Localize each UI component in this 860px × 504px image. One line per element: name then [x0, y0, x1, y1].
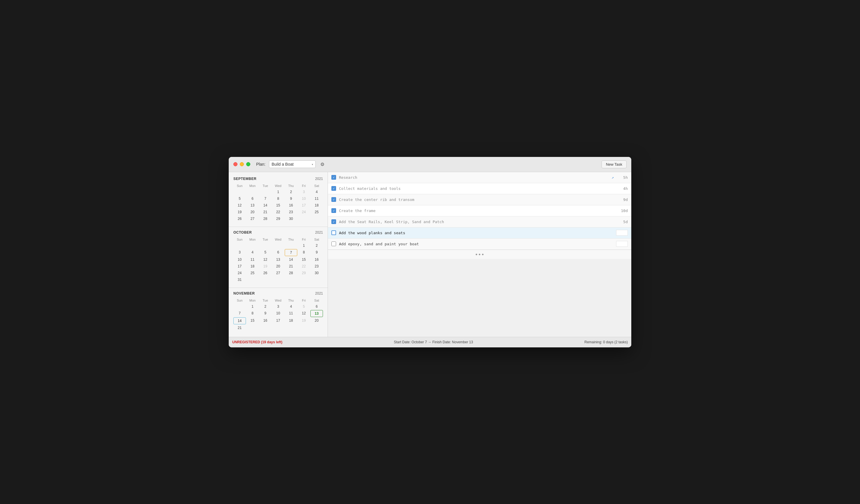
cal-cell[interactable]: 25: [246, 270, 259, 276]
cal-cell[interactable]: 13: [272, 256, 284, 263]
plan-select[interactable]: Build a Boat: [269, 160, 316, 168]
task-row-4[interactable]: Create the frame 10d: [328, 205, 631, 216]
cal-cell[interactable]: 12: [298, 310, 310, 317]
cal-cell[interactable]: 13: [246, 202, 259, 208]
cal-cell[interactable]: 10: [233, 256, 246, 263]
cal-cell[interactable]: 22: [298, 263, 310, 270]
task-checkbox-7[interactable]: [331, 242, 336, 246]
cal-cell[interactable]: 25: [311, 209, 323, 215]
minimize-button[interactable]: [240, 162, 244, 166]
cal-cell[interactable]: 8: [246, 310, 259, 317]
cal-cell[interactable]: 24: [233, 270, 246, 276]
cal-cell[interactable]: 26: [233, 216, 246, 222]
cal-cell[interactable]: 28: [259, 216, 272, 222]
cal-cell[interactable]: 29: [272, 216, 284, 222]
cal-cell[interactable]: 19: [298, 317, 310, 324]
cal-cell[interactable]: 7: [233, 310, 246, 317]
cal-cell[interactable]: 26: [259, 270, 272, 276]
cal-cell[interactable]: 3: [233, 249, 246, 256]
cal-cell[interactable]: 16: [285, 202, 297, 208]
cal-cell[interactable]: 17: [272, 317, 284, 324]
task-checkbox-4[interactable]: [331, 208, 336, 213]
cal-cell[interactable]: 24: [298, 209, 310, 215]
cal-cell[interactable]: 18: [311, 202, 323, 208]
task-row-2[interactable]: Collect materials and tools 4h: [328, 183, 631, 194]
cal-cell[interactable]: 22: [272, 209, 284, 215]
cal-cell[interactable]: 8: [298, 249, 310, 256]
more-options-row[interactable]: •••: [328, 250, 631, 259]
cal-cell[interactable]: 3: [298, 189, 310, 195]
cal-cell[interactable]: 2: [259, 303, 272, 310]
cal-cell[interactable]: 6: [272, 249, 284, 256]
cal-cell-today-oct7[interactable]: 7: [285, 249, 297, 256]
cal-cell[interactable]: 10: [298, 196, 310, 202]
cal-cell[interactable]: 21: [259, 209, 272, 215]
task-row-3[interactable]: Create the center rib and transom 9d: [328, 194, 631, 205]
cal-cell[interactable]: 1: [298, 242, 310, 249]
task-row-7[interactable]: Add epoxy, sand and paint your boat: [328, 239, 631, 250]
cal-cell[interactable]: 6: [246, 196, 259, 202]
cal-cell[interactable]: 19: [259, 263, 272, 270]
cal-cell[interactable]: 9: [285, 196, 297, 202]
cal-cell[interactable]: 1: [246, 303, 259, 310]
task-row-5[interactable]: Add the Seat Rails, Keel Strip, Sand and…: [328, 216, 631, 228]
cal-cell[interactable]: 11: [246, 256, 259, 263]
task-row-6[interactable]: Add the wood planks and seats: [328, 228, 631, 239]
cal-cell[interactable]: 15: [246, 317, 259, 324]
cal-cell[interactable]: 28: [285, 270, 297, 276]
cal-cell[interactable]: 4: [285, 303, 297, 310]
task-checkbox-1[interactable]: [331, 175, 336, 180]
cal-cell[interactable]: 6: [311, 303, 323, 310]
cal-cell[interactable]: 17: [233, 263, 246, 270]
maximize-button[interactable]: [246, 162, 250, 166]
cal-cell[interactable]: 30: [311, 270, 323, 276]
cal-cell[interactable]: 18: [285, 317, 297, 324]
cal-cell[interactable]: 4: [246, 249, 259, 256]
cal-cell[interactable]: 17: [298, 202, 310, 208]
cal-cell[interactable]: 15: [298, 256, 310, 263]
cal-cell[interactable]: 16: [311, 256, 323, 263]
cal-cell[interactable]: 31: [233, 276, 246, 283]
cal-cell[interactable]: 27: [246, 216, 259, 222]
cal-cell[interactable]: 5: [259, 249, 272, 256]
task-checkbox-5[interactable]: [331, 219, 336, 224]
task-checkbox-2[interactable]: [331, 186, 336, 191]
cal-cell-today-nov13[interactable]: 13: [311, 310, 323, 317]
cal-cell[interactable]: 23: [285, 209, 297, 215]
cal-cell[interactable]: 9: [311, 249, 323, 256]
cal-cell[interactable]: 30: [285, 216, 297, 222]
cal-cell[interactable]: 10: [272, 310, 284, 317]
cal-cell[interactable]: 14: [285, 256, 297, 263]
new-task-button[interactable]: New Task: [602, 160, 627, 168]
cal-cell[interactable]: 19: [233, 209, 246, 215]
close-button[interactable]: [233, 162, 238, 166]
cal-cell[interactable]: 18: [246, 263, 259, 270]
cal-cell[interactable]: 21: [285, 263, 297, 270]
task-checkbox-6[interactable]: [331, 230, 336, 235]
cal-cell[interactable]: 7: [259, 196, 272, 202]
cal-cell[interactable]: 20: [272, 263, 284, 270]
cal-cell[interactable]: 29: [298, 270, 310, 276]
cal-cell[interactable]: 21: [233, 325, 246, 331]
cal-cell[interactable]: 11: [311, 196, 323, 202]
cal-cell[interactable]: 5: [298, 303, 310, 310]
task-checkbox-3[interactable]: [331, 197, 336, 202]
cal-cell[interactable]: 8: [272, 196, 284, 202]
cal-cell[interactable]: 27: [272, 270, 284, 276]
external-link-icon-1[interactable]: ↗: [612, 175, 614, 180]
cal-cell[interactable]: 12: [233, 202, 246, 208]
cal-cell[interactable]: 11: [285, 310, 297, 317]
cal-cell[interactable]: 4: [311, 189, 323, 195]
cal-cell[interactable]: 14: [259, 202, 272, 208]
cal-cell[interactable]: 9: [259, 310, 272, 317]
settings-button[interactable]: ⚙: [319, 160, 326, 168]
cal-cell[interactable]: 15: [272, 202, 284, 208]
task-row-1[interactable]: Research ↗ 5h: [328, 172, 631, 183]
cal-cell[interactable]: 3: [272, 303, 284, 310]
cal-cell-highlighted-nov14[interactable]: 14: [233, 317, 246, 324]
cal-cell[interactable]: 20: [311, 317, 323, 324]
cal-cell[interactable]: 16: [259, 317, 272, 324]
cal-cell[interactable]: 2: [311, 242, 323, 249]
cal-cell[interactable]: 23: [311, 263, 323, 270]
cal-cell[interactable]: 5: [233, 196, 246, 202]
